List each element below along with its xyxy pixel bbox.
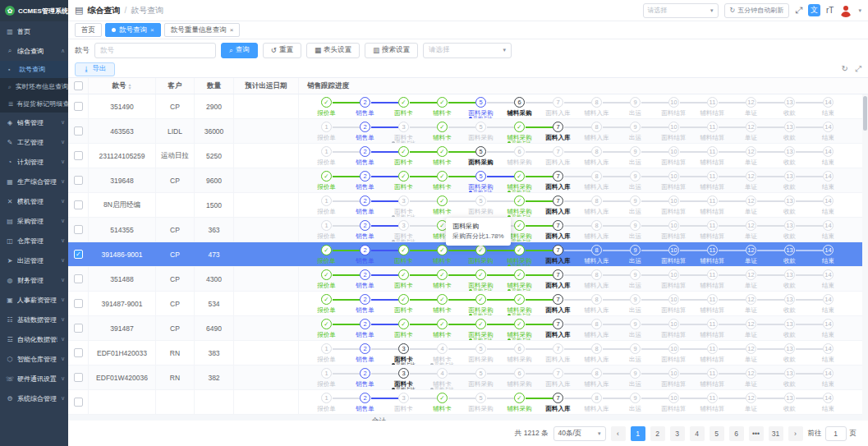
step-9[interactable]: 9出运 xyxy=(616,168,654,192)
sidebar-item-14[interactable]: ⬡智能仓库管理∨ xyxy=(0,349,68,369)
column-header-0[interactable]: 款号▲▼ xyxy=(89,78,156,94)
avatar[interactable] xyxy=(839,4,852,17)
tab-1[interactable]: 款号查询× xyxy=(105,23,161,37)
table-row[interactable]: 391487CP6490✓报价单2销售单✓面料卡✓辅料卡✓面料采购采购占比✓辅料… xyxy=(68,316,868,341)
sidebar-item-11[interactable]: ▣人事薪资管理∨ xyxy=(0,290,68,310)
step-5[interactable]: ✓面料采购 xyxy=(462,242,500,266)
step-13[interactable]: 13收款 xyxy=(770,94,809,118)
select-all-checkbox[interactable] xyxy=(74,81,83,90)
step-1[interactable]: 1报价单 xyxy=(307,218,346,241)
refresh-table-icon[interactable]: ↻ xyxy=(842,64,848,74)
step-14[interactable]: 14结束 xyxy=(809,94,847,118)
step-1[interactable]: ✓报价单 xyxy=(307,168,346,192)
row-checkbox[interactable] xyxy=(74,348,83,357)
sidebar-item-16[interactable]: ⚙系统综合管理∨ xyxy=(0,389,68,408)
step-6[interactable]: ✓辅料采购采购占比 xyxy=(500,267,539,291)
step-3[interactable]: 3面料卡采购占比 xyxy=(384,193,423,217)
step-14[interactable]: 14结束 xyxy=(809,242,847,266)
step-7[interactable]: 7面料入库 xyxy=(539,390,577,414)
page-ellipsis[interactable]: ••• xyxy=(749,426,764,441)
row-checkbox[interactable] xyxy=(74,200,83,209)
step-9[interactable]: 9出运 xyxy=(616,144,654,168)
vertical-scrollbar[interactable] xyxy=(862,94,868,421)
step-14[interactable]: 14结束 xyxy=(809,193,847,217)
step-6[interactable]: ✓辅料采购采购占比 xyxy=(500,119,539,143)
search-setting-button[interactable]: ▥搜索设置 xyxy=(365,43,418,58)
table-row[interactable]: 1报价单2销售单3面料卡✓辅料卡5面料采购✓辅料采购7面料入库8辅料入库9出运1… xyxy=(68,390,868,415)
step-8[interactable]: 8辅料入库 xyxy=(577,366,616,389)
step-2[interactable]: 2销售单 xyxy=(346,316,384,340)
step-11[interactable]: 11辅料结算 xyxy=(693,267,732,291)
step-8[interactable]: 8辅料入库 xyxy=(577,390,616,414)
font-size-icon[interactable]: rT xyxy=(826,6,834,15)
step-6[interactable]: ✓辅料采购 xyxy=(500,390,539,414)
step-1[interactable]: 1报价单 xyxy=(307,390,346,414)
step-8[interactable]: 8辅料入库 xyxy=(577,144,616,168)
table-row[interactable]: 231124105259运动日拉52501报价单2销售单✓面料卡✓辅料卡5面料采… xyxy=(68,144,868,168)
step-4[interactable]: 4辅料卡采购占比 xyxy=(423,366,462,389)
sidebar-item-6[interactable]: ✕横机管理∨ xyxy=(0,191,68,211)
prev-page-button[interactable]: ‹ xyxy=(611,426,626,441)
step-3[interactable]: 3面料卡 xyxy=(384,390,423,414)
step-1[interactable]: ✓报价单 xyxy=(307,316,346,340)
step-5[interactable]: ✓面料采购采购占比 xyxy=(462,292,500,315)
step-4[interactable]: ✓辅料卡 xyxy=(423,267,462,291)
table-row[interactable]: EDF01H420033RN3831报价单2销售单3面料卡采购占比4辅料卡采购占… xyxy=(68,341,868,366)
user-menu-caret-icon[interactable]: ▾ xyxy=(858,7,861,14)
step-6[interactable]: ✓辅料采购采购占比 xyxy=(500,242,539,266)
step-5[interactable]: 5面料采购 xyxy=(462,119,500,143)
table-row[interactable]: 391487-9001CP534✓报价单2销售单✓面料卡✓辅料卡✓面料采购采购占… xyxy=(68,292,868,316)
step-5[interactable]: 5面料采购 xyxy=(462,193,500,217)
step-5[interactable]: 5面料采购 xyxy=(462,341,500,365)
header-select[interactable]: 请选择 ▾ xyxy=(643,3,719,18)
step-5[interactable]: 5面料采购 xyxy=(462,366,500,389)
step-12[interactable]: 12单证 xyxy=(732,168,770,192)
step-3[interactable]: ✓面料卡 xyxy=(384,316,423,340)
step-1[interactable]: ✓报价单 xyxy=(307,292,346,315)
step-5[interactable]: 5面料采购 xyxy=(462,390,500,414)
step-9[interactable]: 9出运 xyxy=(616,267,654,291)
sidebar-item-8[interactable]: ◫仓库管理∨ xyxy=(0,231,68,251)
step-2[interactable]: 2销售单 xyxy=(346,341,384,365)
goto-page-input[interactable] xyxy=(825,426,847,441)
page-button-31[interactable]: 31 xyxy=(769,426,783,441)
step-8[interactable]: 8辅料入库 xyxy=(577,119,616,143)
step-4[interactable]: ✓辅料卡 xyxy=(423,390,462,414)
step-14[interactable]: 14结束 xyxy=(809,218,847,241)
row-checkbox[interactable] xyxy=(74,151,83,160)
step-3[interactable]: ✓面料卡 xyxy=(384,168,423,192)
step-7[interactable]: 7面料入库 xyxy=(539,292,577,315)
step-14[interactable]: 14结束 xyxy=(809,366,847,389)
step-3[interactable]: ✓面料卡 xyxy=(384,94,423,118)
page-button-4[interactable]: 4 xyxy=(690,426,705,441)
step-11[interactable]: 11辅料结算 xyxy=(693,316,732,340)
step-6[interactable]: 6辅料采购 xyxy=(500,144,539,168)
step-1[interactable]: 1报价单 xyxy=(307,341,346,365)
page-button-5[interactable]: 5 xyxy=(710,426,724,441)
step-7[interactable]: 7面料入库 xyxy=(539,341,577,365)
step-2[interactable]: 2销售单 xyxy=(346,193,384,217)
step-10[interactable]: 10面料结算 xyxy=(654,341,693,365)
step-2[interactable]: 2销售单 xyxy=(346,168,384,192)
row-checkbox[interactable] xyxy=(74,102,83,111)
step-4[interactable]: ✓辅料卡 xyxy=(423,119,462,143)
step-13[interactable]: 13收款 xyxy=(770,193,809,217)
step-8[interactable]: 8辅料入库 xyxy=(577,242,616,266)
step-8[interactable]: 8辅料入库 xyxy=(577,218,616,241)
step-13[interactable]: 13收款 xyxy=(770,292,809,315)
page-button-2[interactable]: 2 xyxy=(650,426,665,441)
step-10[interactable]: 10面料结算 xyxy=(654,218,693,241)
step-12[interactable]: 12单证 xyxy=(732,144,770,168)
table-row[interactable]: EDF01W420036RN3821报价单2销售单3面料卡采购占比4辅料卡采购占… xyxy=(68,366,868,390)
step-4[interactable]: ✓辅料卡 xyxy=(423,168,462,192)
step-7[interactable]: 7面料入库 xyxy=(539,168,577,192)
step-11[interactable]: 11辅料结算 xyxy=(693,218,732,241)
step-14[interactable]: 14结束 xyxy=(809,390,847,414)
step-5[interactable]: ✓面料采购采购占比 xyxy=(462,267,500,291)
row-checkbox[interactable] xyxy=(74,299,83,308)
table-row[interactable]: 8N启用经编15001报价单2销售单3面料卡采购占比✓辅料卡5面料采购✓辅料采购… xyxy=(68,193,868,218)
submenu-item-1[interactable]: ⌕实时坯布信息查询 xyxy=(0,78,68,95)
step-3[interactable]: 3面料卡采购占比 xyxy=(384,218,423,241)
step-8[interactable]: 8辅料入库 xyxy=(577,316,616,340)
step-12[interactable]: 12单证 xyxy=(732,193,770,217)
